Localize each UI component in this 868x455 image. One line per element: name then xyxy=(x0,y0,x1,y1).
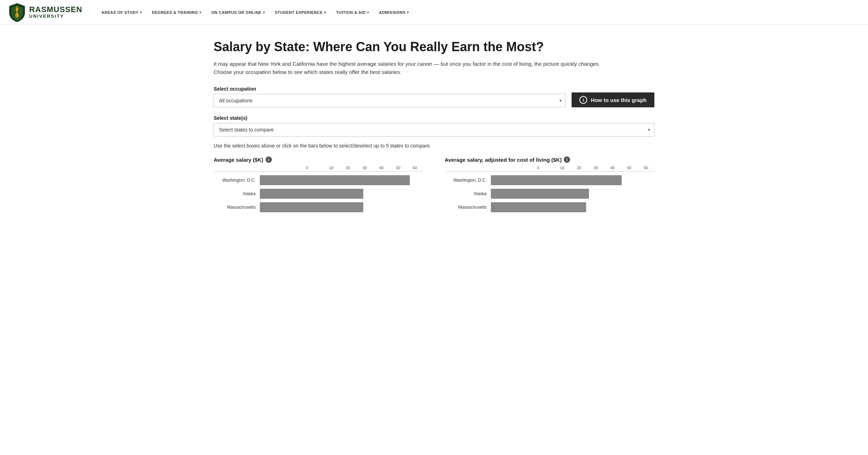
svg-point-0 xyxy=(15,13,19,18)
right-bar-row-mass[interactable]: Massachusetts xyxy=(445,202,654,212)
right-bar-row-dc[interactable]: Washington, D.C. xyxy=(445,175,654,185)
left-axis-tick-20: 20 xyxy=(339,166,356,170)
right-bar-fill-alaska xyxy=(491,189,589,199)
logo-university: UNIVERSITY xyxy=(29,14,82,19)
nav-label-tuition-aid: TUITION & AID xyxy=(336,10,366,15)
left-chart-panel: Average salary ($K) i 0 10 20 30 40 50 6… xyxy=(214,156,423,216)
nav-link-student-experience[interactable]: STUDENT EXPERIENCE ▾ xyxy=(270,10,331,15)
right-axis-tick-40: 40 xyxy=(604,166,621,170)
nav-label-admissions: ADMISSIONS xyxy=(379,10,406,15)
right-axis-tick-0: 0 xyxy=(537,166,554,170)
state-select[interactable]: Select states to compare xyxy=(214,123,654,136)
logo-link[interactable]: RASMUSSEN UNIVERSITY xyxy=(9,2,82,22)
nav-link-degrees-training[interactable]: DEGREES & TRAINING ▾ xyxy=(147,10,207,15)
left-axis-tick-60: 60 xyxy=(407,166,423,170)
left-bar-track-dc xyxy=(260,175,423,185)
left-axis-tick-10: 10 xyxy=(323,166,339,170)
right-axis-tick-10: 10 xyxy=(554,166,570,170)
state-select-container: Select states to compare ▾ xyxy=(214,123,654,136)
nav-item-on-campus-online[interactable]: ON CAMPUS OR ONLINE ▾ xyxy=(207,10,270,15)
state-select-label: Select state(s) xyxy=(214,115,654,121)
logo-rasmussen: RASMUSSEN xyxy=(29,5,82,14)
right-chart-panel: Average salary, adjusted for cost of liv… xyxy=(445,156,654,216)
left-bar-row-alaska[interactable]: Alaska xyxy=(214,189,423,199)
nav-item-degrees-training[interactable]: DEGREES & TRAINING ▾ xyxy=(147,10,207,15)
right-state-label-alaska: Alaska xyxy=(445,191,491,196)
nav-link-areas-of-study[interactable]: AREAS OF STUDY ▾ xyxy=(97,10,147,15)
right-chart-title-text: Average salary, adjusted for cost of liv… xyxy=(445,157,562,163)
how-to-button-wrapper: i How to use this graph xyxy=(572,92,654,107)
page-description: It may appear that New York and Californ… xyxy=(214,60,605,76)
chevron-down-icon: ▾ xyxy=(199,11,202,14)
left-chart-info-icon[interactable]: i xyxy=(266,156,272,163)
nav-item-tuition-aid[interactable]: TUITION & AID ▾ xyxy=(331,10,374,15)
right-axis-tick-50: 50 xyxy=(621,166,638,170)
nav-links: AREAS OF STUDY ▾ DEGREES & TRAINING ▾ ON… xyxy=(97,10,414,15)
left-axis-labels: 0 10 20 30 40 50 60 xyxy=(214,166,423,170)
left-chart-title: Average salary ($K) i xyxy=(214,156,423,163)
page-title: Salary by State: Where Can You Really Ea… xyxy=(214,39,654,54)
nav-label-areas-of-study: AREAS OF STUDY xyxy=(102,10,139,15)
right-state-label-dc: Washington, D.C. xyxy=(445,178,491,183)
chevron-down-icon: ▾ xyxy=(324,11,326,14)
chevron-down-icon: ▾ xyxy=(263,11,265,14)
right-chart-info-icon[interactable]: i xyxy=(564,156,570,163)
nav-label-on-campus-online: ON CAMPUS OR ONLINE xyxy=(211,10,262,15)
logo-text: RASMUSSEN UNIVERSITY xyxy=(29,5,82,19)
right-state-label-mass: Massachusetts xyxy=(445,205,491,210)
right-chart-title: Average salary, adjusted for cost of liv… xyxy=(445,156,654,163)
left-bar-row-dc[interactable]: Washington, D.C. xyxy=(214,175,423,185)
right-axis-labels: 0 10 20 30 40 50 60 xyxy=(445,166,654,170)
left-bar-track-mass xyxy=(260,202,423,212)
left-state-label-alaska: Alaska xyxy=(214,191,260,196)
left-axis-tick-30: 30 xyxy=(356,166,373,170)
hint-text: Use the select boxes above or click on t… xyxy=(214,143,654,149)
right-axis-tick-30: 30 xyxy=(587,166,604,170)
nav-label-student-experience: STUDENT EXPERIENCE xyxy=(275,10,323,15)
nav-link-on-campus-online[interactable]: ON CAMPUS OR ONLINE ▾ xyxy=(207,10,270,15)
left-bar-track-alaska xyxy=(260,189,423,199)
nav-label-degrees-training: DEGREES & TRAINING xyxy=(152,10,198,15)
info-circle-icon: i xyxy=(579,96,587,104)
left-axis-tick-40: 40 xyxy=(373,166,390,170)
chevron-down-icon: ▾ xyxy=(407,11,409,14)
navbar: RASMUSSEN UNIVERSITY AREAS OF STUDY ▾ DE… xyxy=(0,0,868,25)
logo-shield-icon xyxy=(9,2,26,22)
left-bar-row-mass[interactable]: Massachusetts xyxy=(214,202,423,212)
occupation-label: Select occupation xyxy=(214,86,566,92)
right-bar-fill-mass xyxy=(491,202,586,212)
state-select-section: Select state(s) Select states to compare… xyxy=(214,115,654,136)
nav-link-tuition-aid[interactable]: TUITION & AID ▾ xyxy=(331,10,374,15)
right-bar-track-alaska xyxy=(491,189,654,199)
controls-row: Select occupation All occupations ▾ i Ho… xyxy=(214,86,654,107)
left-bar-fill-alaska xyxy=(260,189,363,199)
right-chart-area: Washington, D.C. Alaska Massachusetts xyxy=(445,171,654,212)
nav-item-areas-of-study[interactable]: AREAS OF STUDY ▾ xyxy=(97,10,147,15)
left-state-label-mass: Massachusetts xyxy=(214,205,260,210)
left-axis-tick-0: 0 xyxy=(306,166,323,170)
right-bar-fill-dc xyxy=(491,175,622,185)
nav-item-student-experience[interactable]: STUDENT EXPERIENCE ▾ xyxy=(270,10,331,15)
right-bar-track-dc xyxy=(491,175,654,185)
left-bar-fill-dc xyxy=(260,175,410,185)
occupation-select-container: All occupations ▾ xyxy=(214,94,566,107)
occupation-select[interactable]: All occupations xyxy=(214,94,566,107)
nav-link-admissions[interactable]: ADMISSIONS ▾ xyxy=(374,10,414,15)
how-to-label: How to use this graph xyxy=(591,97,647,103)
charts-container: Average salary ($K) i 0 10 20 30 40 50 6… xyxy=(214,156,654,216)
right-axis-tick-60: 60 xyxy=(638,166,654,170)
left-chart-title-text: Average salary ($K) xyxy=(214,157,263,163)
main-content: Salary by State: Where Can You Really Ea… xyxy=(203,25,665,226)
chevron-down-icon: ▾ xyxy=(367,11,369,14)
right-bar-track-mass xyxy=(491,202,654,212)
chevron-down-icon: ▾ xyxy=(140,11,142,14)
right-bar-row-alaska[interactable]: Alaska xyxy=(445,189,654,199)
left-bar-fill-mass xyxy=(260,202,363,212)
occupation-dropdown-wrapper: Select occupation All occupations ▾ xyxy=(214,86,566,107)
left-chart-area: Washington, D.C. Alaska Massachusetts xyxy=(214,171,423,212)
left-axis-tick-50: 50 xyxy=(390,166,407,170)
right-axis-tick-20: 20 xyxy=(570,166,587,170)
nav-item-admissions[interactable]: ADMISSIONS ▾ xyxy=(374,10,414,15)
left-state-label-dc: Washington, D.C. xyxy=(214,178,260,183)
how-to-button[interactable]: i How to use this graph xyxy=(572,92,654,107)
